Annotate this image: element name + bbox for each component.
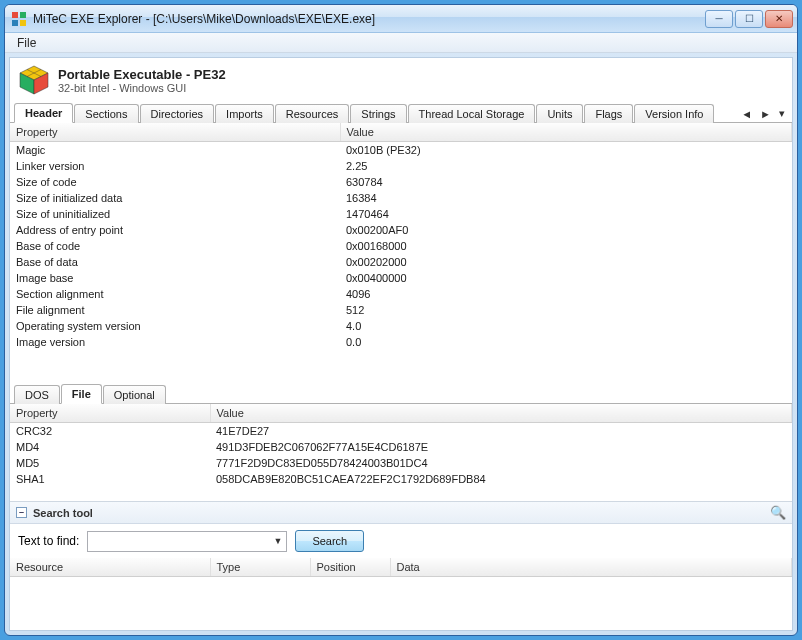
main-grid-scroll[interactable]: PropertyValue Magic0x010B (PE32)Linker v…	[10, 123, 792, 379]
column-header[interactable]: Value	[340, 123, 792, 142]
titlebar[interactable]: MiTeC EXE Explorer - [C:\Users\Mike\Down…	[5, 5, 797, 33]
search-input[interactable]: ▼	[87, 531, 287, 552]
cube-icon	[18, 64, 50, 96]
svg-rect-3	[20, 20, 26, 26]
subtab-optional[interactable]: Optional	[103, 385, 166, 404]
value-cell: 4096	[340, 286, 792, 302]
value-cell: 4.0	[340, 318, 792, 334]
tab-header[interactable]: Header	[14, 103, 73, 123]
table-row[interactable]: Magic0x010B (PE32)	[10, 142, 792, 159]
property-cell: Size of initialized data	[10, 190, 340, 206]
property-cell: Size of uninitialized	[10, 206, 340, 222]
table-row[interactable]: Linker version2.25	[10, 158, 792, 174]
tab-thread-local-storage[interactable]: Thread Local Storage	[408, 104, 536, 123]
value-cell: 491D3FDEB2C067062F77A15E4CD6187E	[210, 439, 792, 455]
dropdown-arrow-icon[interactable]: ▼	[273, 536, 282, 546]
property-cell: Operating system version	[10, 318, 340, 334]
tab-directories[interactable]: Directories	[140, 104, 215, 123]
table-row[interactable]: Operating system version4.0	[10, 318, 792, 334]
value-cell: 0x010B (PE32)	[340, 142, 792, 159]
value-cell: 0x00400000	[340, 270, 792, 286]
property-cell: Section alignment	[10, 286, 340, 302]
svg-rect-0	[12, 12, 18, 18]
main-tabs: HeaderSectionsDirectoriesImportsResource…	[10, 102, 792, 123]
table-row[interactable]: Base of data0x00202000	[10, 254, 792, 270]
close-button[interactable]: ✕	[765, 10, 793, 28]
table-row[interactable]: Size of uninitialized1470464	[10, 206, 792, 222]
value-cell: 16384	[340, 190, 792, 206]
table-row[interactable]: Image base0x00400000	[10, 270, 792, 286]
column-header[interactable]: Position	[310, 558, 390, 577]
table-row[interactable]: Size of code630784	[10, 174, 792, 190]
tab-imports[interactable]: Imports	[215, 104, 274, 123]
tab-strings[interactable]: Strings	[350, 104, 406, 123]
subtab-file[interactable]: File	[61, 384, 102, 404]
search-button[interactable]: Search	[295, 530, 364, 552]
property-cell: SHA1	[10, 471, 210, 487]
hash-grid: PropertyValue CRC3241E7DE27MD4491D3FDEB2…	[10, 404, 792, 501]
table-row[interactable]: Address of entry point0x00200AF0	[10, 222, 792, 238]
column-header[interactable]: Property	[10, 404, 210, 423]
tab-resources[interactable]: Resources	[275, 104, 350, 123]
sub-tabs: DOSFileOptional	[10, 379, 792, 404]
table-row[interactable]: Image version0.0	[10, 334, 792, 350]
app-icon	[11, 11, 27, 27]
tab-dropdown-icon[interactable]: ▾	[776, 107, 788, 120]
results-grid: ResourceTypePositionData	[10, 558, 792, 603]
property-cell: File alignment	[10, 302, 340, 318]
value-cell: 0x00168000	[340, 238, 792, 254]
property-cell: Base of code	[10, 238, 340, 254]
column-header[interactable]: Type	[210, 558, 310, 577]
table-row[interactable]: Base of code0x00168000	[10, 238, 792, 254]
property-cell: Magic	[10, 142, 340, 159]
value-cell: 41E7DE27	[210, 423, 792, 439]
app-window: MiTeC EXE Explorer - [C:\Users\Mike\Down…	[4, 4, 798, 636]
column-header[interactable]: Value	[210, 404, 792, 423]
file-type-title: Portable Executable - PE32	[58, 67, 226, 82]
property-cell: Image version	[10, 334, 340, 350]
value-cell: 058DCAB9E820BC51CAEA722EF2C1792D689FDB84	[210, 471, 792, 487]
table-row[interactable]: Size of initialized data16384	[10, 190, 792, 206]
file-header: Portable Executable - PE32 32-bit Intel …	[10, 58, 792, 102]
content-area: Portable Executable - PE32 32-bit Intel …	[9, 57, 793, 631]
value-cell: 630784	[340, 174, 792, 190]
table-row[interactable]: File alignment512	[10, 302, 792, 318]
tab-scroll-controls: ◄ ► ▾	[738, 107, 788, 122]
search-panel: – Search tool 🔍 Text to find: ▼ Search R…	[10, 501, 792, 603]
tab-scroll-right-icon[interactable]: ►	[757, 108, 774, 120]
maximize-button[interactable]: ☐	[735, 10, 763, 28]
value-cell: 0x00202000	[340, 254, 792, 270]
search-panel-title: Search tool	[33, 507, 93, 519]
table-row[interactable]: SHA1058DCAB9E820BC51CAEA722EF2C1792D689F…	[10, 471, 792, 487]
table-row[interactable]: CRC3241E7DE27	[10, 423, 792, 439]
magnifier-icon[interactable]: 🔍	[770, 505, 786, 520]
column-header[interactable]: Resource	[10, 558, 210, 577]
value-cell: 0.0	[340, 334, 792, 350]
svg-rect-2	[12, 20, 18, 26]
column-header[interactable]: Property	[10, 123, 340, 142]
file-type-subtitle: 32-bit Intel - Windows GUI	[58, 82, 226, 94]
property-cell: Address of entry point	[10, 222, 340, 238]
property-cell: Image base	[10, 270, 340, 286]
menu-file[interactable]: File	[9, 34, 44, 52]
value-cell: 0x00200AF0	[340, 222, 792, 238]
value-cell: 7771F2D9DC83ED055D78424003B01DC4	[210, 455, 792, 471]
property-cell: Linker version	[10, 158, 340, 174]
tab-sections[interactable]: Sections	[74, 104, 138, 123]
column-header[interactable]: Data	[390, 558, 792, 577]
tab-flags[interactable]: Flags	[584, 104, 633, 123]
table-row[interactable]: MD57771F2D9DC83ED055D78424003B01DC4	[10, 455, 792, 471]
property-cell: MD4	[10, 439, 210, 455]
value-cell: 512	[340, 302, 792, 318]
minimize-button[interactable]: ─	[705, 10, 733, 28]
tab-scroll-left-icon[interactable]: ◄	[738, 108, 755, 120]
table-row[interactable]: MD4491D3FDEB2C067062F77A15E4CD6187E	[10, 439, 792, 455]
table-row[interactable]: Section alignment4096	[10, 286, 792, 302]
tab-version-info[interactable]: Version Info	[634, 104, 714, 123]
search-label: Text to find:	[18, 534, 79, 548]
subtab-dos[interactable]: DOS	[14, 385, 60, 404]
menubar: File	[5, 33, 797, 53]
value-cell: 1470464	[340, 206, 792, 222]
tab-units[interactable]: Units	[536, 104, 583, 123]
collapse-toggle-icon[interactable]: –	[16, 507, 27, 518]
